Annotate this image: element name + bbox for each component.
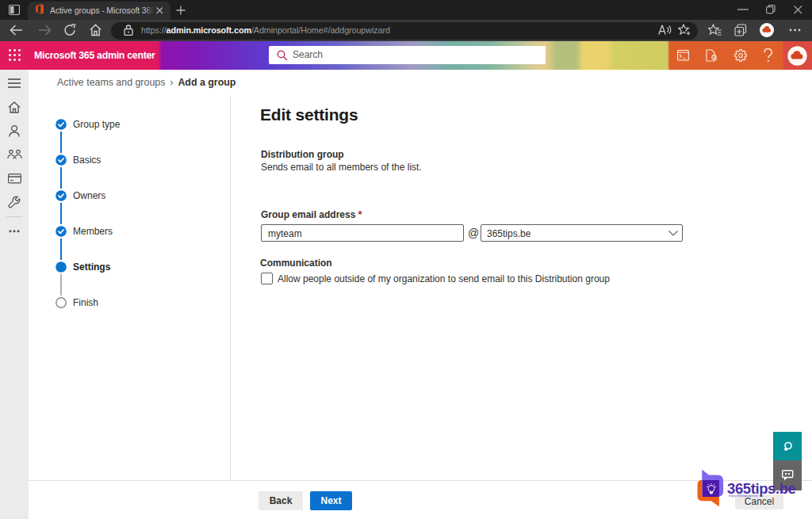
svg-text:https://365tips.be/en/: https://365tips.be/en/ [729, 494, 759, 498]
